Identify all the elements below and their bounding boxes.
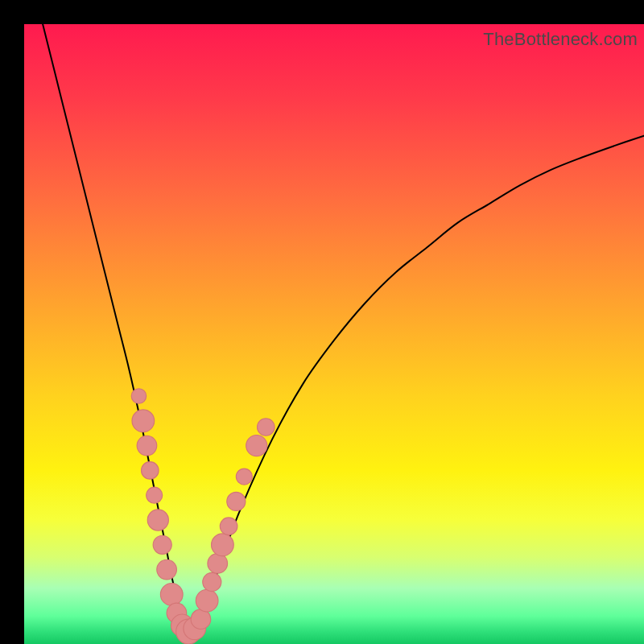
curve-marker (246, 436, 267, 456)
curve-marker (131, 389, 146, 403)
curve-marker (220, 518, 237, 535)
marker-group (131, 389, 275, 644)
curve-marker (227, 492, 246, 510)
curve-marker (212, 534, 234, 556)
curve-marker (157, 559, 177, 580)
curve-marker (208, 554, 228, 574)
curve-marker (153, 535, 171, 554)
curve-marker (160, 584, 183, 606)
bottleneck-curve (43, 24, 644, 632)
curve-marker (203, 572, 221, 591)
curve-layer (24, 24, 644, 644)
curve-marker (142, 462, 159, 480)
curve-marker (137, 436, 157, 456)
curve-marker (132, 410, 155, 432)
chart-frame: TheBottleneck.com (0, 0, 644, 644)
curve-marker (258, 419, 275, 436)
curve-marker (191, 609, 211, 630)
curve-marker (147, 510, 168, 530)
curve-marker (147, 487, 163, 503)
curve-marker (196, 589, 218, 612)
curve-marker (236, 469, 252, 485)
watermark-text: TheBottleneck.com (483, 29, 638, 50)
plot-area: TheBottleneck.com (24, 24, 644, 644)
